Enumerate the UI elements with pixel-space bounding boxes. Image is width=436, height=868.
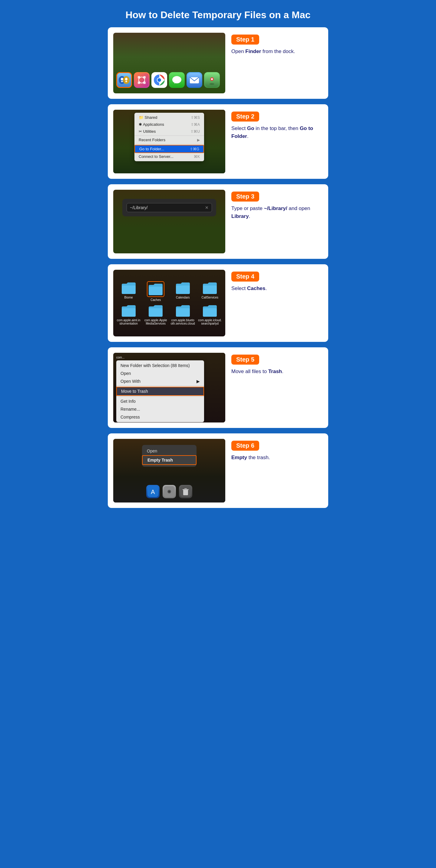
step6-appstore-icon: A xyxy=(146,485,160,498)
folder-input-value: ~/Library/ xyxy=(130,205,203,210)
step-6-card: Open Empty Trash A xyxy=(108,433,328,508)
step-1-description: Open Finder from the dock. xyxy=(231,48,323,56)
step-5-screenshot: com... New Folder with Selection (88 Ite… xyxy=(113,353,225,423)
page-title: How to Delete Temporary Files on a Mac xyxy=(108,6,328,27)
folder-caches-label: Caches xyxy=(150,298,161,302)
folder-com-bluetooth-icon-wrap xyxy=(175,304,191,317)
step5-menu-open: Open xyxy=(116,369,204,377)
folder-calendars-label: Calendars xyxy=(176,296,190,299)
folder-callservices: CallServices xyxy=(198,281,223,302)
menu-recent-folders: Recent Folders▶ xyxy=(134,136,204,143)
svg-point-3 xyxy=(121,81,123,82)
step-1-screenshot xyxy=(113,33,225,93)
chrome-icon xyxy=(152,72,167,88)
launchpad-icon xyxy=(134,72,149,88)
step5-top-label: com... xyxy=(116,356,222,359)
menu-go-to-folder[interactable]: Go to Folder...⇧⌘G xyxy=(134,145,204,153)
folder-com-apple-media-icon-wrap xyxy=(148,304,163,317)
maps-icon xyxy=(204,72,220,88)
folder-calendars: Calendars xyxy=(170,281,195,302)
finder-icon xyxy=(116,72,132,88)
step5-menu-move-to-trash[interactable]: Move to Trash xyxy=(116,387,204,396)
svg-rect-7 xyxy=(135,73,149,87)
folder-com-apple-media: com.apple.AppleMediaServices xyxy=(143,304,168,325)
svg-rect-10 xyxy=(143,76,146,79)
svg-point-38 xyxy=(168,491,170,493)
step-3-card: ~/Library/ ✕ Step 3 Type or paste ~/Libr… xyxy=(108,184,328,259)
folder-com-bluetooth: com.apple.bluetooth.services.cloud xyxy=(170,304,195,325)
svg-rect-30 xyxy=(122,308,136,317)
step5-menu-open-with: Open With▶ xyxy=(116,377,204,385)
go-menu: 📁 Shared⇧⌘S ✱ Applications⇧⌘A ✂ Utilitie… xyxy=(134,113,204,161)
folder-callservices-icon-wrap xyxy=(202,281,217,294)
folder-input-clear-icon[interactable]: ✕ xyxy=(205,205,209,210)
step-5-description: Move all files to Trash. xyxy=(231,368,323,375)
step5-context-menu: New Folder with Selection (88 Items) Ope… xyxy=(116,360,204,422)
step-3-screenshot: ~/Library/ ✕ xyxy=(113,190,225,253)
folder-com-aiml: com.apple.aiml.instrumentation xyxy=(116,304,141,325)
step-6-description: Empty the trash. xyxy=(231,454,323,462)
folder-caches: Caches xyxy=(143,281,168,302)
step-4-info: Step 4 Select Caches. xyxy=(231,270,323,292)
folder-com-icloud-icon-wrap xyxy=(202,304,217,317)
step-5-badge: Step 5 xyxy=(231,354,259,365)
step-3-info: Step 3 Type or paste ~/Library/ and open… xyxy=(231,190,323,220)
svg-text:A: A xyxy=(151,489,155,495)
step-4-description: Select Caches. xyxy=(231,285,323,292)
menu-utilities: ✂ Utilities⇧⌘U xyxy=(134,128,204,135)
dock xyxy=(116,72,220,88)
folder-com-aiml-label: com.apple.aiml.instrumentation xyxy=(116,318,141,325)
step6-settings-icon xyxy=(163,485,176,498)
step-1-card: Step 1 Open Finder from the dock. xyxy=(108,27,328,99)
step-4-card: Biome Caches xyxy=(108,264,328,342)
svg-rect-26 xyxy=(122,285,136,294)
svg-rect-31 xyxy=(149,308,163,317)
svg-point-24 xyxy=(211,78,213,80)
folder-com-icloud-label: com.apple.icloud.searchpartyd xyxy=(198,318,223,325)
step-1-info: Step 1 Open Finder from the dock. xyxy=(231,33,323,56)
step6-bottom-dock: A xyxy=(146,485,192,498)
folder-com-apple-media-label: com.apple.AppleMediaServices xyxy=(143,318,168,325)
svg-point-18 xyxy=(172,76,181,83)
folder-biome-label: Biome xyxy=(125,296,133,299)
step-6-screenshot: Open Empty Trash A xyxy=(113,439,225,502)
folder-com-icloud: com.apple.icloud.searchpartyd xyxy=(198,304,223,325)
svg-point-16 xyxy=(158,78,161,82)
svg-rect-27 xyxy=(149,287,163,295)
svg-rect-32 xyxy=(176,308,190,317)
folder-calendars-icon-wrap xyxy=(175,281,191,294)
menu-applications: ✱ Applications⇧⌘A xyxy=(134,121,204,128)
svg-rect-11 xyxy=(138,82,140,84)
folder-caches-icon-wrap xyxy=(147,281,164,297)
folder-callservices-label: CallServices xyxy=(201,296,218,299)
svg-point-25 xyxy=(209,83,214,85)
step-1-badge: Step 1 xyxy=(231,35,259,44)
folders-grid: Biome Caches xyxy=(116,281,222,325)
svg-rect-33 xyxy=(203,308,217,317)
folder-com-bluetooth-label: com.apple.bluetooth.services.cloud xyxy=(170,318,195,325)
step-4-badge: Step 4 xyxy=(231,272,259,282)
step-5-card: com... New Folder with Selection (88 Ite… xyxy=(108,347,328,428)
empty-trash-menu: Open Empty Trash xyxy=(142,445,197,467)
step5-menu-compress: Compress xyxy=(116,413,204,421)
trash-menu-empty-trash[interactable]: Empty Trash xyxy=(142,455,197,465)
svg-rect-40 xyxy=(183,490,188,495)
menu-shared: 📁 Shared⇧⌘S xyxy=(134,114,204,121)
step-5-info: Step 5 Move all files to Trash. xyxy=(231,353,323,375)
svg-rect-9 xyxy=(138,76,140,79)
step-2-badge: Step 2 xyxy=(231,112,259,122)
step5-menu-rename: Rename... xyxy=(116,405,204,413)
folder-biome-icon-wrap xyxy=(121,281,136,294)
step5-menu-new-folder: New Folder with Selection (88 Items) xyxy=(116,362,204,369)
folder-com-aiml-icon-wrap xyxy=(121,304,136,317)
step-2-card: 📁 Shared⇧⌘S ✱ Applications⇧⌘A ✂ Utilitie… xyxy=(108,104,328,179)
menu-connect-server: Connect to Server...⌘K xyxy=(134,153,204,160)
step-6-badge: Step 6 xyxy=(231,441,259,451)
step-3-description: Type or paste ~/Library/ and open Librar… xyxy=(231,205,323,220)
folder-input-row: ~/Library/ ✕ xyxy=(127,203,212,212)
step-2-screenshot: 📁 Shared⇧⌘S ✱ Applications⇧⌘A ✂ Utilitie… xyxy=(113,110,225,173)
step-4-screenshot: Biome Caches xyxy=(113,270,225,336)
svg-rect-28 xyxy=(176,285,190,294)
step-6-info: Step 6 Empty the trash. xyxy=(231,439,323,462)
go-folder-dialog: ~/Library/ ✕ xyxy=(122,199,216,216)
